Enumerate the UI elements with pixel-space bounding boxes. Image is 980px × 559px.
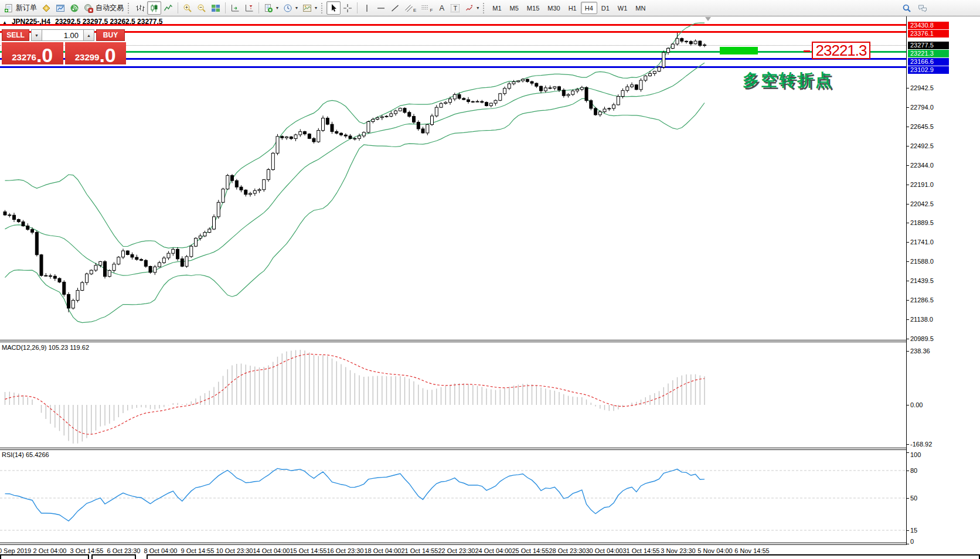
arrows-menu-button[interactable]: ▾: [462, 1, 481, 15]
panel-separator[interactable]: [0, 340, 906, 340]
panel-separator[interactable]: [0, 448, 906, 448]
horizontal-level-line[interactable]: [0, 51, 906, 53]
time-axis[interactable]: 30 Sep 20192 Oct 04:003 Oct 14:556 Oct 2…: [0, 546, 980, 555]
horizontal-line-tool-button[interactable]: [374, 1, 388, 15]
zoom-in-button[interactable]: [181, 1, 195, 15]
main-toolbar: 新订单 自动交易 ▾ ▾: [0, 0, 980, 16]
time-tick-label: 18 Oct 04:00: [365, 547, 401, 554]
line-chart-button[interactable]: [161, 1, 175, 15]
label-tool-glyph: T: [451, 4, 460, 12]
axis-tick-mark: [906, 281, 909, 281]
time-tick-label: 15 Oct 14:55: [290, 547, 327, 554]
chart-window-button[interactable]: [53, 1, 67, 15]
rsi-panel[interactable]: [0, 450, 906, 545]
horizontal-level-line[interactable]: [0, 58, 906, 60]
cursor-tool-button[interactable]: [326, 1, 341, 15]
autotrading-icon: [84, 4, 93, 13]
signals-icon: [70, 4, 79, 13]
timeframe-mn[interactable]: MN: [631, 2, 649, 14]
axis-tick-mark: [906, 530, 909, 531]
axis-tick-mark: [906, 300, 909, 301]
crosshair-icon: [343, 4, 352, 13]
timeframe-w1[interactable]: W1: [614, 2, 632, 14]
timeframe-m15[interactable]: M15: [523, 2, 543, 14]
panel-separator: [0, 544, 906, 545]
sell-price-tile[interactable]: 23276.0: [2, 42, 63, 64]
chart-shift-button[interactable]: [242, 1, 256, 15]
price-callout-dash: [804, 50, 810, 52]
timeframe-m5[interactable]: M5: [506, 2, 523, 14]
axis-tick-mark: [906, 204, 909, 204]
vertical-line-tool-button[interactable]: [360, 1, 374, 15]
time-tick-label: 3 Nov 23:30: [661, 547, 695, 554]
axis-tick-mark: [906, 405, 909, 405]
rsi-label: RSI(14) 65.4266: [2, 451, 49, 458]
chart-shift-icon: [244, 4, 254, 13]
annotation-text[interactable]: 多空转折点: [743, 69, 833, 91]
chat-button[interactable]: [916, 1, 930, 15]
zoom-out-button[interactable]: [195, 1, 209, 15]
price-tick-label: 22942.5: [910, 84, 934, 91]
one-click-trading-panel: SELL ▼ ▲ BUY 23276.0 23299.0: [2, 29, 126, 64]
minimized-window-tab[interactable]: [147, 554, 980, 559]
auto-scroll-button[interactable]: [228, 1, 242, 15]
highlight-rectangle[interactable]: [720, 47, 758, 54]
equidistant-channel-tool-button[interactable]: E: [402, 1, 418, 15]
chart-shift-marker[interactable]: [705, 17, 711, 21]
bar-chart-button[interactable]: [133, 1, 147, 15]
candlestick-chart-icon: [149, 4, 159, 13]
fibonacci-tool-button[interactable]: F: [418, 1, 435, 15]
horizontal-level-line[interactable]: [0, 45, 906, 46]
candlestick-chart-button[interactable]: [147, 1, 161, 15]
timeframe-group: M1M5M15M30H1H4D1W1MN: [488, 2, 649, 14]
time-tick-label: 24 Oct 04:00: [475, 547, 512, 554]
chart-title: ▲ JPN225-,H4 23292.5 23297.5 23262.5 232…: [2, 18, 162, 26]
main-chart-canvas[interactable]: [0, 16, 906, 340]
equidistant-channel-icon: [404, 4, 414, 13]
trendline-tool-button[interactable]: [388, 1, 402, 15]
timeframe-h4[interactable]: H4: [581, 2, 597, 14]
indicators-icon: [264, 4, 273, 13]
minimized-window-tab[interactable]: [91, 554, 136, 559]
volume-input[interactable]: [42, 29, 83, 41]
collapse-triangle-icon: ▲: [2, 20, 7, 25]
rsi-tick-label: 100: [910, 451, 921, 458]
signals-button[interactable]: [67, 1, 81, 15]
axis-tick-mark: [906, 127, 909, 127]
panel-separator: [0, 342, 906, 342]
timeframe-h1[interactable]: H1: [564, 2, 581, 14]
chevron-down-icon: ▾: [295, 5, 298, 11]
autotrading-button[interactable]: 自动交易: [81, 1, 126, 15]
buy-price-tile[interactable]: 23299.0: [65, 42, 127, 64]
horizontal-level-line[interactable]: [0, 31, 906, 33]
timeframe-d1[interactable]: D1: [597, 2, 614, 14]
timeframe-m1[interactable]: M1: [488, 2, 505, 14]
macd-panel[interactable]: [0, 342, 906, 448]
axis-tick-mark: [906, 319, 909, 320]
macd-tick-label: -168.92: [910, 441, 932, 448]
trade-panel-prices: 23276.0 23299.0: [2, 42, 126, 64]
macd-tick-label: 238.36: [910, 347, 930, 355]
timeframe-m30[interactable]: M30: [543, 2, 564, 14]
tile-windows-button[interactable]: [209, 1, 223, 15]
search-icon: [902, 4, 911, 13]
axis-tick-mark: [906, 107, 909, 108]
volume-decrease-button[interactable]: ▼: [31, 29, 42, 41]
volume-increase-button[interactable]: ▲: [83, 29, 94, 41]
periods-menu-button[interactable]: ▾: [281, 1, 300, 15]
indicators-menu-button[interactable]: ▾: [261, 1, 281, 15]
sell-button[interactable]: SELL: [2, 29, 29, 41]
time-tick-label: 30 Oct 04:00: [586, 547, 623, 554]
templates-menu-button[interactable]: ▾: [300, 1, 319, 15]
new-order-button[interactable]: 新订单: [2, 1, 39, 15]
minimized-window-tab[interactable]: [0, 554, 89, 559]
price-callout-label[interactable]: 23221.3: [812, 42, 870, 59]
buy-button[interactable]: BUY: [96, 29, 125, 41]
horizontal-level-line[interactable]: [0, 66, 906, 68]
metaeditor-button[interactable]: [39, 1, 53, 15]
search-button[interactable]: [900, 1, 914, 15]
text-tool-button[interactable]: A: [435, 1, 448, 15]
rsi-tick-label: 15: [910, 527, 917, 534]
text-label-tool-button[interactable]: T: [448, 1, 462, 15]
crosshair-tool-button[interactable]: [341, 1, 355, 15]
